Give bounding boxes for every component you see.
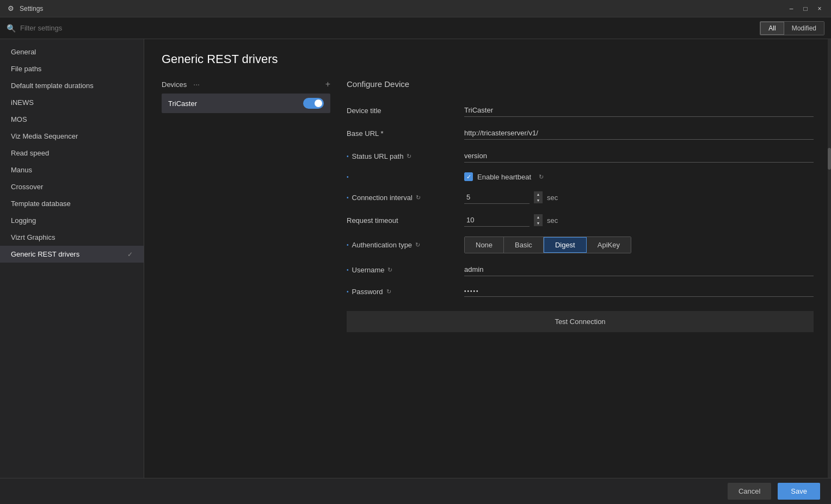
sidebar-item-label: Vizrt Graphics <box>11 233 55 241</box>
device-title-input[interactable] <box>464 104 814 117</box>
sidebar-item-read-speed[interactable]: Read speed <box>0 145 144 161</box>
request-timeout-up[interactable]: ▲ <box>534 214 543 220</box>
sidebar-item-generic-rest-drivers[interactable]: Generic REST drivers ✓ <box>0 246 144 263</box>
devices-header: Devices ··· + <box>162 79 330 89</box>
device-name: TriCaster <box>168 99 197 108</box>
scrollbar-thumb <box>828 148 831 170</box>
title-bar: ⚙ Settings – □ × <box>0 0 831 17</box>
devices-title: Devices <box>162 80 187 89</box>
bullet-icon: • <box>347 153 349 159</box>
sidebar-item-general[interactable]: General <box>0 43 144 60</box>
devices-panel: Devices ··· + TriCaster Configure Device <box>162 79 814 478</box>
sidebar-item-inews[interactable]: iNEWS <box>0 94 144 111</box>
sidebar-item-label: Template database <box>11 200 71 208</box>
form-row-base-url: Base URL * <box>347 127 814 140</box>
request-timeout-down[interactable]: ▼ <box>534 220 543 226</box>
sidebar-item-manus[interactable]: Manus <box>0 161 144 178</box>
form-label-password: • Password ↻ <box>347 288 455 296</box>
form-label-enable-heartbeat: • <box>347 174 455 180</box>
sync-icon[interactable]: ↻ <box>407 153 411 160</box>
filter-tab-modified[interactable]: Modified <box>784 22 824 35</box>
enable-heartbeat-wrap: ✓ Enable heartbeat ↻ <box>464 172 544 181</box>
sidebar-item-file-paths[interactable]: File paths <box>0 60 144 77</box>
sync-icon[interactable]: ↻ <box>415 241 420 248</box>
bullet-icon: • <box>347 174 349 180</box>
sidebar-item-vizrt-graphics[interactable]: Vizrt Graphics <box>0 229 144 246</box>
form-label-device-title: Device title <box>347 107 455 115</box>
maximize-button[interactable]: □ <box>801 4 810 14</box>
sidebar-item-label: Manus <box>11 166 32 174</box>
devices-more-button[interactable]: ··· <box>193 80 200 89</box>
connection-interval-unit: sec <box>547 194 558 202</box>
auth-type-group: None Basic Digest ApiKey <box>464 237 631 253</box>
sync-icon[interactable]: ↻ <box>386 288 391 295</box>
sidebar-item-default-template-durations[interactable]: Default template durations <box>0 77 144 94</box>
connection-interval-input[interactable] <box>464 191 530 204</box>
bullet-icon: • <box>347 242 349 248</box>
sync-icon[interactable]: ↻ <box>416 194 421 201</box>
search-icon: 🔍 <box>7 24 16 33</box>
app-title: Settings <box>20 5 786 13</box>
search-input[interactable] <box>20 24 755 32</box>
form-row-password: • Password ↻ <box>347 286 814 297</box>
sync-icon[interactable]: ↻ <box>387 266 392 273</box>
auth-btn-basic[interactable]: Basic <box>504 237 544 253</box>
form-row-request-timeout: Request timeout ▲ ▼ sec <box>347 214 814 227</box>
username-input[interactable] <box>464 263 814 276</box>
request-timeout-unit: sec <box>547 216 558 225</box>
form-label-auth-type: • Authentication type ↻ <box>347 241 455 249</box>
test-connection-button[interactable]: Test Connection <box>347 311 814 332</box>
bottom-bar: Cancel Save <box>0 478 831 504</box>
status-url-input[interactable] <box>464 150 814 163</box>
close-button[interactable]: × <box>815 4 824 14</box>
form-label-username: • Username ↻ <box>347 266 455 274</box>
auth-btn-digest[interactable]: Digest <box>544 237 587 253</box>
window-controls: – □ × <box>786 4 824 14</box>
page-title: Generic REST drivers <box>162 52 814 66</box>
sidebar-item-template-database[interactable]: Template database <box>0 195 144 212</box>
request-timeout-label-text: Request timeout <box>347 216 398 225</box>
base-url-input[interactable] <box>464 127 814 140</box>
form-row-auth-type: • Authentication type ↻ None Basic Diges… <box>347 237 814 253</box>
search-bar: 🔍 All Modified <box>0 17 831 39</box>
form-row-device-title: Device title <box>347 104 814 117</box>
configure-column: Configure Device Device title Base URL * <box>341 79 814 478</box>
auth-btn-apikey[interactable]: ApiKey <box>587 237 631 253</box>
minimize-button[interactable]: – <box>786 4 796 14</box>
cancel-button[interactable]: Cancel <box>728 483 771 500</box>
form-label-connection-interval: • Connection interval ↻ <box>347 194 455 202</box>
connection-interval-stepper: ▲ ▼ <box>534 191 543 203</box>
sidebar-item-mos[interactable]: MOS <box>0 111 144 128</box>
sidebar-item-label: MOS <box>11 115 27 123</box>
sidebar-item-label: File paths <box>11 65 41 73</box>
form-label-base-url: Base URL * <box>347 129 455 138</box>
connection-interval-label-text: Connection interval <box>352 194 413 202</box>
device-item-tricaster[interactable]: TriCaster <box>162 94 330 113</box>
sidebar-item-viz-media-sequencer[interactable]: Viz Media Sequencer <box>0 128 144 145</box>
configure-title: Configure Device <box>347 79 814 93</box>
devices-add-button[interactable]: + <box>325 79 330 89</box>
save-button[interactable]: Save <box>778 483 820 500</box>
password-label-text: Password <box>352 288 383 296</box>
enable-heartbeat-checkbox[interactable]: ✓ <box>464 172 473 181</box>
devices-list-column: Devices ··· + TriCaster <box>162 79 330 478</box>
sidebar-item-label: Logging <box>11 216 36 225</box>
password-input[interactable] <box>464 286 814 297</box>
right-scrollbar[interactable] <box>828 39 831 478</box>
sidebar-item-crossover[interactable]: Crossover <box>0 178 144 195</box>
request-timeout-stepper: ▲ ▼ <box>534 214 543 226</box>
auth-btn-none[interactable]: None <box>465 237 504 253</box>
sidebar-item-label: Generic REST drivers <box>11 250 79 258</box>
filter-tab-all[interactable]: All <box>760 22 784 35</box>
connection-interval-down[interactable]: ▼ <box>534 197 543 203</box>
bullet-icon: • <box>347 289 349 295</box>
sidebar-item-logging[interactable]: Logging <box>0 212 144 229</box>
form-row-connection-interval: • Connection interval ↻ ▲ ▼ sec <box>347 191 814 204</box>
device-toggle[interactable] <box>303 98 324 109</box>
bullet-icon: • <box>347 195 349 201</box>
request-timeout-input[interactable] <box>464 214 530 227</box>
sync-icon[interactable]: ↻ <box>539 173 544 181</box>
connection-interval-up[interactable]: ▲ <box>534 191 543 197</box>
app-icon: ⚙ <box>7 4 15 13</box>
username-label-text: Username <box>352 266 385 274</box>
